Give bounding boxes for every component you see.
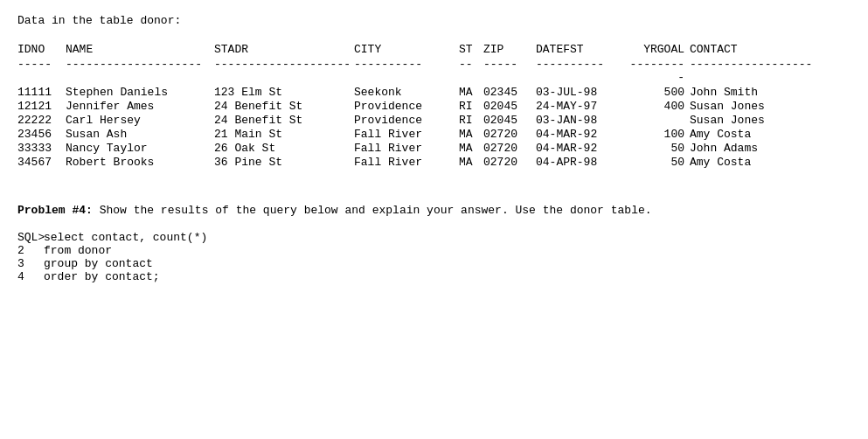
sql-text-2: from donor <box>44 244 112 257</box>
div-datefst: ---------- <box>536 58 623 84</box>
intro-text: Data in the table donor: <box>17 14 851 27</box>
header-yrgoal: YRGOAL <box>623 43 684 56</box>
header-name: NAME <box>66 43 214 56</box>
sql-linenum-2: 2 <box>17 244 44 257</box>
div-contact: ------------------ <box>684 58 824 84</box>
div-yrgoal: --------- <box>623 58 684 84</box>
sql-text-3: group by contact <box>44 257 153 270</box>
header-datefst: DATEFST <box>536 43 623 56</box>
div-name: -------------------- <box>66 58 214 84</box>
header-idno: IDNO <box>17 43 66 56</box>
problem-label: Problem #4: <box>17 204 93 217</box>
header-city: CITY <box>354 43 459 56</box>
table-row: 33333Nancy Taylor26 Oak StFall RiverMA02… <box>17 142 851 155</box>
donor-table: IDNO NAME STADR CITY ST ZIP DATEFST YRGO… <box>17 43 851 169</box>
header-zip: ZIP <box>483 43 536 56</box>
sql-linenum-3: 3 <box>17 257 44 270</box>
div-city: ---------- <box>354 58 459 84</box>
header-st: ST <box>459 43 483 56</box>
table-divider-row: ----- -------------------- -------------… <box>17 58 851 84</box>
problem-text: Show the results of the query below and … <box>93 204 652 217</box>
table-row: 11111Stephen Daniels123 Elm StSeekonkMA0… <box>17 86 851 99</box>
table-header-row: IDNO NAME STADR CITY ST ZIP DATEFST YRGO… <box>17 43 851 56</box>
sql-section: SQL> select contact, count(*) 2 from don… <box>17 231 851 283</box>
header-stadr: STADR <box>214 43 354 56</box>
table-row: 22222Carl Hersey24 Benefit StProvidenceR… <box>17 114 851 127</box>
sql-text-1: select contact, count(*) <box>44 231 207 244</box>
table-row: 34567Robert Brooks36 Pine StFall RiverMA… <box>17 156 851 169</box>
sql-line-1: SQL> select contact, count(*) <box>17 231 851 244</box>
table-row: 23456Susan Ash21 Main StFall RiverMA0272… <box>17 128 851 141</box>
sql-line-2: 2 from donor <box>17 244 851 257</box>
sql-linenum-4: 4 <box>17 270 44 283</box>
table-body: 11111Stephen Daniels123 Elm StSeekonkMA0… <box>17 86 851 169</box>
sql-line-4: 4 order by contact; <box>17 270 851 283</box>
sql-prompt: SQL> <box>17 231 44 244</box>
sql-text-4: order by contact; <box>44 270 160 283</box>
table-row: 12121Jennifer Ames24 Benefit StProvidenc… <box>17 100 851 113</box>
header-contact: CONTACT <box>684 43 824 56</box>
div-idno: ----- <box>17 58 66 84</box>
sql-line-3: 3 group by contact <box>17 257 851 270</box>
problem-section: Problem #4: Show the results of the quer… <box>17 204 851 217</box>
div-st: -- <box>459 58 483 84</box>
div-stadr: -------------------- <box>214 58 354 84</box>
div-zip: ----- <box>483 58 536 84</box>
